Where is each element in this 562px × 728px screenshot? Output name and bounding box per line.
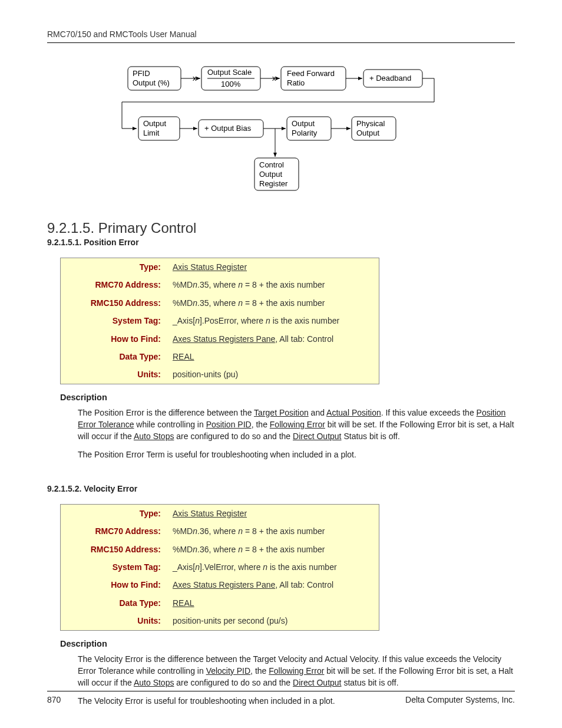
svg-text:Limit: Limit [143,129,160,137]
row-value: _Axis[n].PosError, where n is the axis n… [167,312,379,330]
link-real[interactable]: REAL [173,352,194,361]
description-paragraph: The Velocity Error is the difference bet… [78,653,515,689]
svg-text:PFID: PFID [133,69,150,78]
page-number: 870 [47,695,61,704]
company-name: Delta Computer Systems, Inc. [405,695,515,704]
svg-text:Output Scale: Output Scale [207,68,252,77]
row-value: _Axis[n].VelError, where n is the axis n… [167,558,379,576]
row-label: RMC70 Address: [61,522,167,540]
page-footer: 870 Delta Computer Systems, Inc. [47,691,515,704]
section-heading: 9.2.1.5. Primary Control [47,220,515,236]
row-label: Data Type: [61,348,167,365]
diagram-box-outputbias: + Output Bias [199,120,263,137]
flow-diagram: PFID Output (%) x Output Scale 100% x Fe… [47,61,515,202]
row-label: System Tag: [61,558,167,576]
description-heading: Description [60,393,515,402]
row-value: %MDn.35, where n = 8 + the axis number [167,294,379,312]
doc-header: RMC70/150 and RMCTools User Manual [47,29,515,43]
diagram-box-physicaloutput: Physical Output [352,117,396,140]
diagram-box-deadband: + Deadband [363,70,422,87]
link-real[interactable]: REAL [173,598,194,608]
svg-text:Output (%): Output (%) [133,78,170,87]
svg-text:+ Output Bias: + Output Bias [204,124,252,133]
row-label: Units: [61,365,167,384]
link-axes-status-registers-pane[interactable]: Axes Status Registers Pane [173,580,275,589]
row-label: System Tag: [61,312,167,330]
velocity-error-table: Type: Axis Status Register RMC70 Address… [60,504,379,631]
row-label: How to Find: [61,330,167,348]
row-label: Type: [61,504,167,522]
diagram-box-outputlimit: Output Limit [138,117,180,140]
row-label: Type: [61,258,167,276]
diagram-box-feedforward: x Feed Forward Ratio [272,67,346,90]
diagram-box-pfid: PFID Output (%) [128,67,181,90]
description-paragraph: The Position Error Term is useful for tr… [78,449,515,460]
svg-text:Physical: Physical [356,119,385,128]
link-axis-status-register[interactable]: Axis Status Register [173,509,247,518]
svg-text:Ratio: Ratio [287,78,305,87]
velocity-error-heading: 9.2.1.5.2. Velocity Error [47,484,515,493]
svg-text:100%: 100% [221,80,241,88]
row-label: RMC70 Address: [61,276,167,294]
svg-text:Register: Register [259,179,288,188]
row-label: RMC150 Address: [61,541,167,558]
row-value: position-units (pu) [167,365,379,384]
row-label: Units: [61,612,167,630]
svg-text:Feed Forward: Feed Forward [287,69,335,78]
position-error-table: Type: Axis Status Register RMC70 Address… [60,258,379,384]
row-value: Axes Status Registers Pane, All tab: Con… [167,576,379,594]
description-heading: Description [60,639,515,648]
row-label: RMC150 Address: [61,294,167,312]
row-label: How to Find: [61,576,167,594]
row-value: %MDn.36, where n = 8 + the axis number [167,541,379,558]
row-value: %MDn.35, where n = 8 + the axis number [167,276,379,294]
row-value: Axes Status Registers Pane, All tab: Con… [167,330,379,348]
svg-text:+ Deadband: + Deadband [369,74,411,83]
row-value: %MDn.36, where n = 8 + the axis number [167,522,379,540]
svg-text:Polarity: Polarity [292,129,318,137]
row-value: position-units per second (pu/s) [167,612,379,630]
svg-text:Output: Output [292,119,315,128]
description-paragraph: The Position Error is the difference bet… [78,407,515,443]
diagram-box-outputpolarity: Output Polarity [287,117,331,140]
position-error-heading: 9.2.1.5.1. Position Error [47,238,515,247]
link-axis-status-register[interactable]: Axis Status Register [173,262,247,272]
svg-text:Control: Control [259,160,284,169]
svg-text:Output: Output [143,119,166,128]
row-label: Data Type: [61,594,167,612]
diagram-box-controloutputregister: Control Output Register [254,158,299,190]
svg-text:Output: Output [259,170,282,179]
svg-text:Output: Output [356,129,379,137]
diagram-box-outputscale: x Output Scale 100% [193,67,260,90]
link-axes-status-registers-pane[interactable]: Axes Status Registers Pane [173,334,275,344]
